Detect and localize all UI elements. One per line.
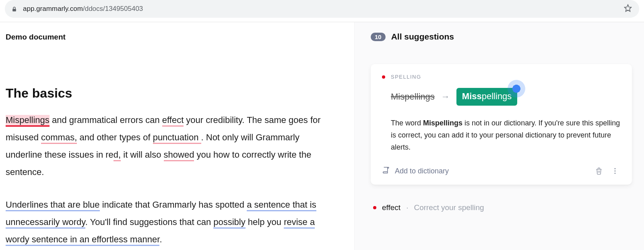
paragraph-2[interactable]: Underlines that are blue indicate that G… (6, 196, 336, 248)
original-word: Mispellings (391, 92, 435, 102)
panel-title: All suggestions (391, 32, 454, 42)
document-body[interactable]: Mispellings and grammatical errors can e… (6, 111, 354, 248)
error-effect[interactable]: effect (162, 115, 184, 127)
suggestion-explanation: The word Mispellings is not in our dicti… (391, 117, 621, 153)
document-editor[interactable]: Demo document The basics Mispellings and… (0, 22, 354, 250)
svg-point-3 (615, 171, 616, 172)
lock-icon (11, 6, 17, 12)
error-mispellings[interactable]: Mispellings (6, 115, 50, 127)
address-bar[interactable]: app.grammarly.com/ddocs/1349505403 (5, 0, 639, 18)
url-path: /ddocs/1349505403 (83, 5, 143, 12)
document-title[interactable]: Demo document (6, 33, 354, 42)
more-options-icon[interactable] (609, 165, 621, 177)
next-hint: Correct your spelling (414, 203, 484, 212)
clarity-possibly[interactable]: possibly (213, 217, 245, 229)
next-suggestion-effect[interactable]: effect · Correct your spelling (371, 203, 632, 212)
error-punctuation[interactable]: punctuation (153, 132, 201, 144)
next-word: effect (382, 203, 400, 212)
url-text: app.grammarly.com/ddocs/1349505403 (23, 5, 143, 13)
svg-point-4 (615, 173, 616, 174)
url-host: app.grammarly.com (23, 5, 83, 12)
clarity-underlines-blue[interactable]: Underlines that are blue (6, 200, 100, 211)
category-dot-icon (382, 75, 385, 79)
error-commas[interactable]: commas, (41, 132, 77, 144)
dictionary-add-icon (382, 166, 391, 177)
error-red-comma[interactable]: d, (114, 150, 121, 161)
panel-header[interactable]: 10 All suggestions (371, 32, 632, 42)
dismiss-trash-icon[interactable] (593, 165, 605, 177)
suggestion-count-badge: 10 (371, 33, 386, 41)
document-heading[interactable]: The basics (6, 86, 354, 101)
fix-emphasis: Miss (462, 91, 482, 101)
suggestion-card[interactable]: SPELLING Mispellings → Misspellings The … (371, 64, 632, 185)
svg-point-2 (615, 168, 616, 169)
bookmark-star-icon[interactable] (624, 4, 632, 14)
separator-dot: · (406, 203, 408, 212)
add-to-dictionary-label: Add to dictionary (395, 167, 449, 175)
svg-rect-0 (12, 8, 16, 11)
add-to-dictionary-button[interactable]: Add to dictionary (382, 166, 449, 177)
svg-marker-1 (625, 5, 632, 12)
category-dot-icon (373, 206, 376, 209)
paragraph-1[interactable]: Mispellings and grammatical errors can e… (6, 111, 336, 181)
category-label: SPELLING (391, 74, 421, 80)
apply-fix-button[interactable]: Misspellings (456, 88, 518, 106)
arrow-right-icon: → (441, 92, 450, 102)
fix-rest: pellings (482, 91, 512, 101)
error-showed[interactable]: showed (164, 150, 194, 161)
suggestions-panel: 10 All suggestions SPELLING Mispellings … (354, 22, 644, 250)
